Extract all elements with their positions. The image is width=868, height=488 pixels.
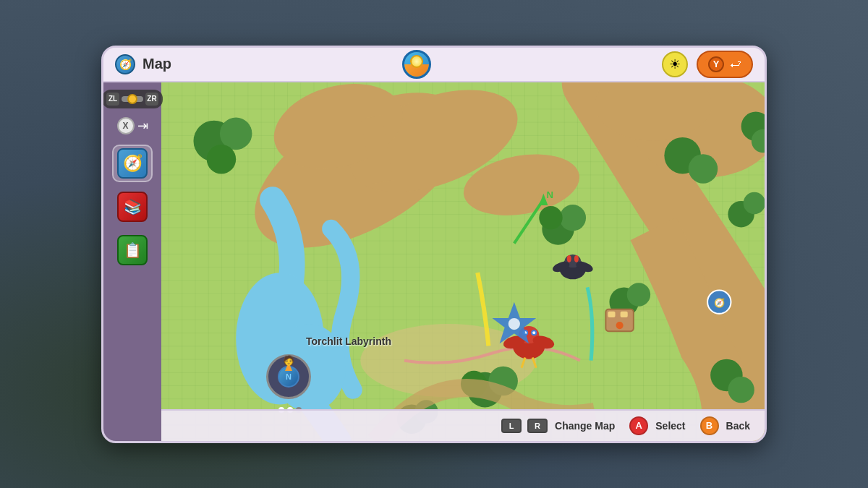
books-menu-icon: 📚 bbox=[117, 192, 148, 222]
title-right: ☀ Y ⮐ bbox=[662, 51, 753, 78]
svg-point-25 bbox=[627, 283, 650, 306]
svg-point-13 bbox=[220, 117, 252, 150]
sidebar-item-notes[interactable]: 📋 bbox=[112, 231, 153, 269]
person-icon: 🧑 bbox=[283, 355, 294, 366]
zoom-out-button[interactable]: ZL bbox=[106, 93, 119, 106]
map-area: N bbox=[161, 82, 765, 441]
svg-point-56 bbox=[567, 254, 571, 262]
compass-menu-icon: 🧭 bbox=[117, 148, 148, 179]
nav-row: X ⇥ bbox=[108, 117, 157, 134]
svg-point-57 bbox=[574, 254, 579, 262]
svg-point-18 bbox=[744, 192, 765, 213]
l-button[interactable]: L bbox=[501, 419, 522, 433]
select-control: A Select bbox=[629, 416, 685, 435]
y-button[interactable]: Y ⮐ bbox=[697, 51, 753, 78]
arrow-right-icon: ⇥ bbox=[137, 118, 148, 134]
window-title: Map bbox=[142, 56, 171, 72]
zoom-slider-track bbox=[122, 96, 143, 102]
main-content: ZL ZR X ⇥ 🧭 📚 bbox=[103, 82, 765, 441]
svg-point-14 bbox=[207, 145, 236, 174]
zoom-in-button[interactable]: ZR bbox=[145, 93, 158, 106]
zoom-control[interactable]: ZL ZR bbox=[102, 90, 163, 108]
title-center bbox=[402, 50, 431, 79]
svg-rect-50 bbox=[621, 311, 628, 317]
svg-point-20 bbox=[728, 376, 754, 402]
title-left: 🧭 Map bbox=[115, 54, 171, 74]
change-map-label: Change Map bbox=[555, 420, 615, 432]
sidebar-item-pokedex[interactable]: 📚 bbox=[112, 188, 153, 226]
notes-menu-icon: 📋 bbox=[117, 235, 148, 265]
map-window: 🧭 Map ☀ Y ⮐ ZL bbox=[101, 46, 767, 443]
a-button[interactable]: A bbox=[629, 416, 648, 435]
svg-point-51 bbox=[616, 322, 624, 329]
svg-point-43 bbox=[532, 331, 535, 334]
svg-point-47 bbox=[509, 317, 520, 329]
svg-rect-49 bbox=[608, 311, 615, 317]
svg-text:N: N bbox=[546, 189, 553, 200]
mini-compass: 🧑 N bbox=[266, 354, 313, 401]
sidebar: ZL ZR X ⇥ 🧭 📚 bbox=[103, 82, 161, 441]
exit-icon: ⮐ bbox=[730, 58, 741, 71]
back-control: B Back bbox=[700, 416, 750, 435]
b-button[interactable]: B bbox=[700, 416, 719, 435]
brightness-button[interactable]: ☀ bbox=[662, 51, 688, 77]
svg-text:🧭: 🧭 bbox=[714, 296, 726, 308]
title-bar: 🧭 Map ☀ Y ⮐ bbox=[103, 48, 765, 82]
bottom-bar: L R Change Map A Select B bbox=[161, 409, 765, 441]
location-label: Torchlit Labyrinth bbox=[306, 335, 391, 347]
svg-point-16 bbox=[689, 154, 718, 183]
window-compass-icon: 🧭 bbox=[115, 54, 135, 74]
sidebar-item-map[interactable]: 🧭 bbox=[112, 145, 153, 182]
select-label: Select bbox=[655, 420, 685, 432]
r-button[interactable]: R bbox=[527, 419, 548, 433]
svg-rect-60 bbox=[353, 360, 467, 377]
map-svg: N bbox=[161, 82, 765, 441]
svg-point-22 bbox=[560, 205, 586, 231]
svg-point-23 bbox=[539, 206, 562, 229]
x-button[interactable]: X bbox=[117, 117, 135, 134]
zoom-slider-thumb bbox=[127, 94, 137, 104]
y-circle: Y bbox=[708, 56, 724, 72]
compass-outer-ring: 🧑 N bbox=[266, 354, 311, 399]
sun-moon-icon bbox=[402, 50, 431, 79]
change-map-control: L R Change Map bbox=[501, 419, 615, 433]
back-label: Back bbox=[726, 420, 750, 432]
